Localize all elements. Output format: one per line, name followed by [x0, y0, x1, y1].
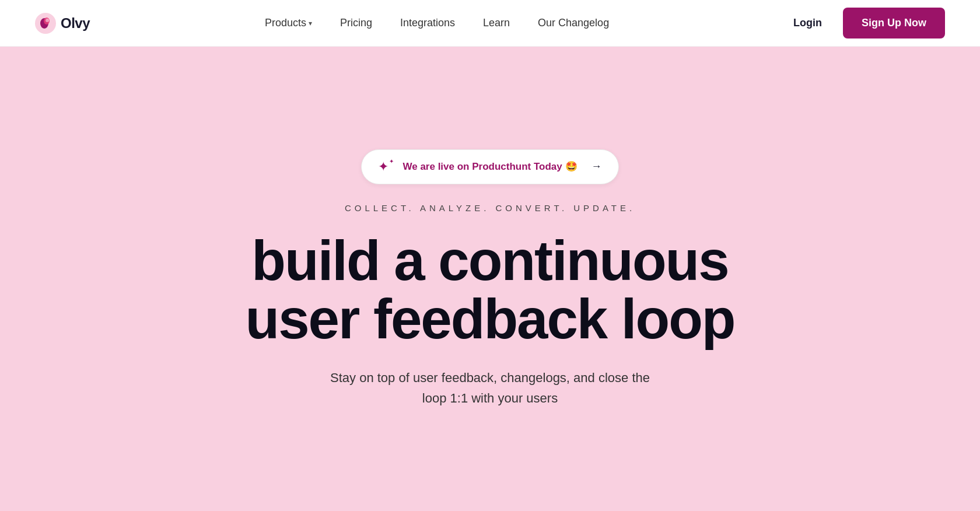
nav-learn[interactable]: Learn [483, 17, 510, 29]
producthunt-banner[interactable]: ✦✦ We are live on Producthunt Today 🤩 → [361, 149, 618, 184]
main-headline: build a continuous user feedback loop [246, 232, 735, 349]
tagline: COLLECT. ANALYZE. CONVERT. UPDATE. [345, 203, 635, 213]
logo[interactable]: Olvy [35, 13, 90, 34]
nav-pricing-label: Pricing [340, 17, 372, 29]
nav-pricing[interactable]: Pricing [340, 17, 372, 29]
nav-integrations-label: Integrations [400, 17, 455, 29]
nav-changelog[interactable]: Our Changelog [538, 17, 609, 29]
subheadline: Stay on top of user feedback, changelogs… [321, 368, 659, 408]
chevron-down-icon: ▾ [309, 19, 312, 27]
hero-section: ✦✦ We are live on Producthunt Today 🤩 → … [0, 47, 980, 511]
banner-text: We are live on Producthunt Today 🤩 [402, 160, 577, 173]
headline-line2: user feedback loop [246, 288, 735, 350]
navbar: Olvy Products ▾ Pricing Integrations Lea… [0, 0, 980, 47]
sparkle-icon: ✦✦ [378, 159, 393, 174]
nav-integrations[interactable]: Integrations [400, 17, 455, 29]
svg-point-3 [46, 19, 49, 22]
nav-changelog-label: Our Changelog [538, 17, 609, 29]
nav-learn-label: Learn [483, 17, 510, 29]
headline-line1: build a continuous [251, 229, 728, 292]
navbar-nav: Products ▾ Pricing Integrations Learn Ou… [265, 17, 609, 29]
logo-text: Olvy [61, 15, 90, 32]
arrow-icon: → [592, 160, 602, 173]
signup-button[interactable]: Sign Up Now [843, 8, 945, 38]
login-button[interactable]: Login [784, 12, 831, 34]
navbar-actions: Login Sign Up Now [784, 8, 945, 38]
nav-products[interactable]: Products ▾ [265, 17, 312, 29]
nav-products-label: Products [265, 17, 306, 29]
logo-icon [35, 13, 56, 34]
